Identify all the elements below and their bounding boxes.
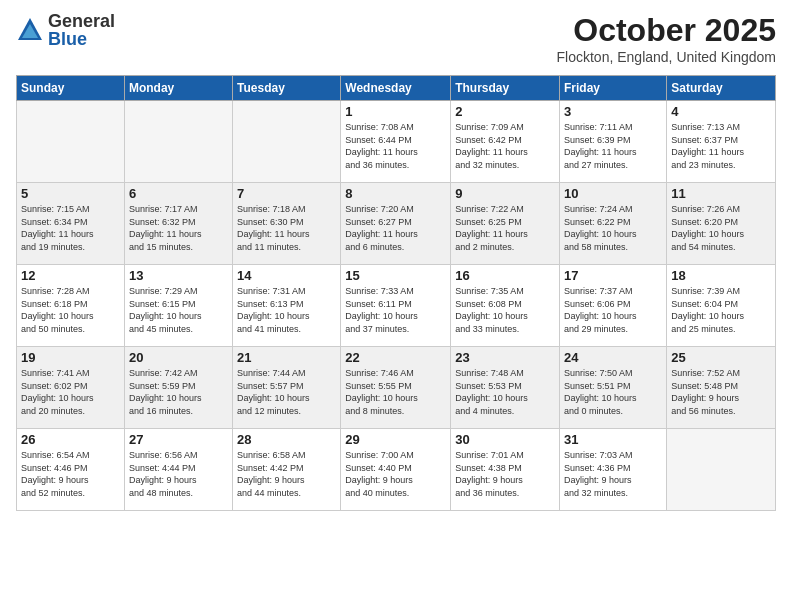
day-info: Sunrise: 7:09 AM Sunset: 6:42 PM Dayligh… — [455, 121, 555, 171]
calendar-cell-w2-d5: 9Sunrise: 7:22 AM Sunset: 6:25 PM Daylig… — [451, 183, 560, 265]
day-info: Sunrise: 7:48 AM Sunset: 5:53 PM Dayligh… — [455, 367, 555, 417]
day-number: 16 — [455, 268, 555, 283]
calendar-week-5: 26Sunrise: 6:54 AM Sunset: 4:46 PM Dayli… — [17, 429, 776, 511]
day-info: Sunrise: 6:56 AM Sunset: 4:44 PM Dayligh… — [129, 449, 228, 499]
calendar-header-row: Sunday Monday Tuesday Wednesday Thursday… — [17, 76, 776, 101]
location: Flockton, England, United Kingdom — [557, 49, 776, 65]
calendar-cell-w3-d6: 17Sunrise: 7:37 AM Sunset: 6:06 PM Dayli… — [560, 265, 667, 347]
calendar-week-4: 19Sunrise: 7:41 AM Sunset: 6:02 PM Dayli… — [17, 347, 776, 429]
col-sunday: Sunday — [17, 76, 125, 101]
page: General Blue October 2025 Flockton, Engl… — [0, 0, 792, 612]
day-info: Sunrise: 7:29 AM Sunset: 6:15 PM Dayligh… — [129, 285, 228, 335]
calendar-week-1: 1Sunrise: 7:08 AM Sunset: 6:44 PM Daylig… — [17, 101, 776, 183]
calendar-cell-w2-d2: 6Sunrise: 7:17 AM Sunset: 6:32 PM Daylig… — [124, 183, 232, 265]
calendar-cell-w1-d5: 2Sunrise: 7:09 AM Sunset: 6:42 PM Daylig… — [451, 101, 560, 183]
day-number: 20 — [129, 350, 228, 365]
calendar-cell-w5-d3: 28Sunrise: 6:58 AM Sunset: 4:42 PM Dayli… — [233, 429, 341, 511]
calendar-cell-w5-d4: 29Sunrise: 7:00 AM Sunset: 4:40 PM Dayli… — [341, 429, 451, 511]
day-number: 1 — [345, 104, 446, 119]
day-info: Sunrise: 7:18 AM Sunset: 6:30 PM Dayligh… — [237, 203, 336, 253]
day-info: Sunrise: 6:54 AM Sunset: 4:46 PM Dayligh… — [21, 449, 120, 499]
logo-text: General Blue — [48, 12, 115, 48]
calendar-cell-w3-d4: 15Sunrise: 7:33 AM Sunset: 6:11 PM Dayli… — [341, 265, 451, 347]
day-info: Sunrise: 7:22 AM Sunset: 6:25 PM Dayligh… — [455, 203, 555, 253]
day-number: 4 — [671, 104, 771, 119]
calendar-cell-w1-d7: 4Sunrise: 7:13 AM Sunset: 6:37 PM Daylig… — [667, 101, 776, 183]
day-number: 28 — [237, 432, 336, 447]
day-info: Sunrise: 7:08 AM Sunset: 6:44 PM Dayligh… — [345, 121, 446, 171]
day-info: Sunrise: 7:24 AM Sunset: 6:22 PM Dayligh… — [564, 203, 662, 253]
day-info: Sunrise: 7:11 AM Sunset: 6:39 PM Dayligh… — [564, 121, 662, 171]
day-info: Sunrise: 7:31 AM Sunset: 6:13 PM Dayligh… — [237, 285, 336, 335]
col-friday: Friday — [560, 76, 667, 101]
logo-general: General — [48, 12, 115, 30]
calendar-week-3: 12Sunrise: 7:28 AM Sunset: 6:18 PM Dayli… — [17, 265, 776, 347]
col-monday: Monday — [124, 76, 232, 101]
calendar: Sunday Monday Tuesday Wednesday Thursday… — [16, 75, 776, 511]
logo-blue: Blue — [48, 30, 115, 48]
day-number: 7 — [237, 186, 336, 201]
month-title: October 2025 — [557, 12, 776, 49]
calendar-cell-w4-d6: 24Sunrise: 7:50 AM Sunset: 5:51 PM Dayli… — [560, 347, 667, 429]
calendar-cell-w4-d5: 23Sunrise: 7:48 AM Sunset: 5:53 PM Dayli… — [451, 347, 560, 429]
day-info: Sunrise: 7:01 AM Sunset: 4:38 PM Dayligh… — [455, 449, 555, 499]
day-number: 31 — [564, 432, 662, 447]
calendar-cell-w3-d3: 14Sunrise: 7:31 AM Sunset: 6:13 PM Dayli… — [233, 265, 341, 347]
day-number: 5 — [21, 186, 120, 201]
day-info: Sunrise: 7:50 AM Sunset: 5:51 PM Dayligh… — [564, 367, 662, 417]
day-number: 26 — [21, 432, 120, 447]
day-number: 12 — [21, 268, 120, 283]
logo: General Blue — [16, 12, 115, 48]
calendar-week-2: 5Sunrise: 7:15 AM Sunset: 6:34 PM Daylig… — [17, 183, 776, 265]
day-info: Sunrise: 7:20 AM Sunset: 6:27 PM Dayligh… — [345, 203, 446, 253]
col-thursday: Thursday — [451, 76, 560, 101]
calendar-cell-w3-d5: 16Sunrise: 7:35 AM Sunset: 6:08 PM Dayli… — [451, 265, 560, 347]
calendar-cell-w1-d1 — [17, 101, 125, 183]
col-saturday: Saturday — [667, 76, 776, 101]
calendar-cell-w1-d4: 1Sunrise: 7:08 AM Sunset: 6:44 PM Daylig… — [341, 101, 451, 183]
day-number: 10 — [564, 186, 662, 201]
calendar-cell-w4-d1: 19Sunrise: 7:41 AM Sunset: 6:02 PM Dayli… — [17, 347, 125, 429]
calendar-cell-w5-d5: 30Sunrise: 7:01 AM Sunset: 4:38 PM Dayli… — [451, 429, 560, 511]
day-number: 27 — [129, 432, 228, 447]
calendar-cell-w2-d1: 5Sunrise: 7:15 AM Sunset: 6:34 PM Daylig… — [17, 183, 125, 265]
day-info: Sunrise: 7:42 AM Sunset: 5:59 PM Dayligh… — [129, 367, 228, 417]
day-number: 29 — [345, 432, 446, 447]
day-number: 22 — [345, 350, 446, 365]
day-number: 23 — [455, 350, 555, 365]
day-info: Sunrise: 7:15 AM Sunset: 6:34 PM Dayligh… — [21, 203, 120, 253]
day-number: 24 — [564, 350, 662, 365]
calendar-cell-w2-d3: 7Sunrise: 7:18 AM Sunset: 6:30 PM Daylig… — [233, 183, 341, 265]
title-block: October 2025 Flockton, England, United K… — [557, 12, 776, 65]
day-number: 19 — [21, 350, 120, 365]
day-info: Sunrise: 6:58 AM Sunset: 4:42 PM Dayligh… — [237, 449, 336, 499]
calendar-cell-w4-d3: 21Sunrise: 7:44 AM Sunset: 5:57 PM Dayli… — [233, 347, 341, 429]
day-info: Sunrise: 7:39 AM Sunset: 6:04 PM Dayligh… — [671, 285, 771, 335]
calendar-cell-w5-d2: 27Sunrise: 6:56 AM Sunset: 4:44 PM Dayli… — [124, 429, 232, 511]
calendar-cell-w2-d7: 11Sunrise: 7:26 AM Sunset: 6:20 PM Dayli… — [667, 183, 776, 265]
day-number: 13 — [129, 268, 228, 283]
day-info: Sunrise: 7:28 AM Sunset: 6:18 PM Dayligh… — [21, 285, 120, 335]
day-info: Sunrise: 7:03 AM Sunset: 4:36 PM Dayligh… — [564, 449, 662, 499]
day-number: 14 — [237, 268, 336, 283]
day-number: 6 — [129, 186, 228, 201]
day-number: 21 — [237, 350, 336, 365]
day-info: Sunrise: 7:00 AM Sunset: 4:40 PM Dayligh… — [345, 449, 446, 499]
logo-icon — [16, 16, 44, 44]
day-info: Sunrise: 7:35 AM Sunset: 6:08 PM Dayligh… — [455, 285, 555, 335]
calendar-cell-w5-d1: 26Sunrise: 6:54 AM Sunset: 4:46 PM Dayli… — [17, 429, 125, 511]
day-info: Sunrise: 7:41 AM Sunset: 6:02 PM Dayligh… — [21, 367, 120, 417]
day-number: 9 — [455, 186, 555, 201]
day-number: 17 — [564, 268, 662, 283]
day-info: Sunrise: 7:33 AM Sunset: 6:11 PM Dayligh… — [345, 285, 446, 335]
calendar-cell-w5-d6: 31Sunrise: 7:03 AM Sunset: 4:36 PM Dayli… — [560, 429, 667, 511]
day-info: Sunrise: 7:46 AM Sunset: 5:55 PM Dayligh… — [345, 367, 446, 417]
calendar-cell-w4-d2: 20Sunrise: 7:42 AM Sunset: 5:59 PM Dayli… — [124, 347, 232, 429]
calendar-cell-w1-d2 — [124, 101, 232, 183]
day-number: 18 — [671, 268, 771, 283]
day-info: Sunrise: 7:52 AM Sunset: 5:48 PM Dayligh… — [671, 367, 771, 417]
day-info: Sunrise: 7:13 AM Sunset: 6:37 PM Dayligh… — [671, 121, 771, 171]
calendar-cell-w3-d1: 12Sunrise: 7:28 AM Sunset: 6:18 PM Dayli… — [17, 265, 125, 347]
calendar-cell-w2-d4: 8Sunrise: 7:20 AM Sunset: 6:27 PM Daylig… — [341, 183, 451, 265]
calendar-cell-w1-d3 — [233, 101, 341, 183]
